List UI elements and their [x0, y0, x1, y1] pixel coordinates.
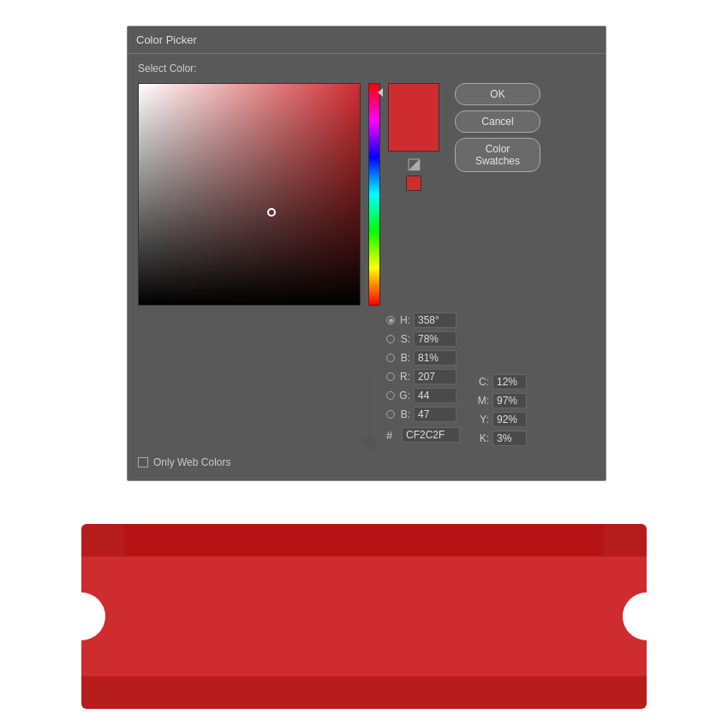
right-buttons: OK Cancel Color Swatches: [455, 83, 540, 172]
web-colors-label: Only Web Colors: [153, 456, 230, 468]
cmyk-values: C: M: Y: K:: [477, 312, 527, 446]
hex-row: #: [386, 427, 460, 443]
saturation-radio[interactable]: [386, 335, 395, 343]
saturation-label: S:: [398, 333, 410, 345]
cancel-button[interactable]: Cancel: [455, 110, 540, 133]
picker-main-row: ◪ OK Cancel Color Swatches: [138, 83, 595, 306]
dialog-titlebar: Color Picker: [128, 27, 606, 54]
color-small-box: [406, 176, 421, 191]
cyan-row: C:: [477, 374, 527, 390]
green-label: G:: [398, 390, 410, 402]
arrow-shaft: [368, 377, 372, 437]
hue-arrow-icon: [378, 88, 383, 97]
hex-input[interactable]: [402, 427, 460, 443]
color-field[interactable]: [138, 83, 361, 306]
select-color-label: Select Color:: [138, 62, 595, 74]
only-web-colors-row: Only Web Colors: [138, 456, 595, 468]
red-row: R:: [386, 369, 460, 384]
color-swatches-button[interactable]: Color Swatches: [455, 138, 540, 172]
cyan-label: C:: [477, 376, 489, 388]
red-label: R:: [398, 371, 410, 383]
blue-row: B:: [386, 407, 460, 422]
hue-row: H:: [386, 312, 460, 328]
ticket-wrapper: [81, 524, 647, 709]
red-input[interactable]: [414, 369, 456, 384]
hue-input[interactable]: [414, 312, 456, 328]
magenta-row: M:: [477, 393, 527, 408]
ticket-middle: [81, 556, 647, 676]
yellow-label: Y:: [477, 414, 489, 425]
blue-radio[interactable]: [386, 410, 395, 419]
color-preview-panel: ◪: [388, 83, 439, 191]
blue-label: B:: [398, 408, 410, 420]
color-preview-box: [388, 83, 439, 152]
brightness-input[interactable]: [414, 350, 456, 366]
green-radio[interactable]: [386, 391, 395, 400]
hue-slider[interactable]: [368, 83, 380, 306]
red-radio[interactable]: [386, 372, 395, 381]
hue-label: H:: [398, 314, 410, 326]
magenta-label: M:: [477, 395, 489, 407]
brightness-label: B:: [398, 352, 410, 364]
arrow-head-icon: [360, 437, 380, 452]
blue-input[interactable]: [414, 407, 456, 422]
color-field-dark: [139, 84, 360, 305]
cyan-input[interactable]: [492, 374, 527, 390]
cube-icon[interactable]: ◪: [407, 154, 421, 173]
hsb-rgb-values: H: S: B: R:: [386, 312, 460, 446]
ok-button[interactable]: OK: [455, 83, 540, 105]
magenta-input[interactable]: [492, 393, 527, 408]
ticket-top: [81, 524, 647, 556]
yellow-row: Y:: [477, 412, 527, 427]
brightness-radio[interactable]: [386, 354, 395, 362]
yellow-input[interactable]: [492, 412, 527, 427]
hue-radio[interactable]: [386, 316, 395, 324]
saturation-row: S:: [386, 331, 460, 347]
ticket-shape: [81, 524, 647, 709]
black-label: K:: [477, 432, 489, 444]
green-input[interactable]: [414, 388, 456, 403]
hex-label: #: [386, 429, 398, 442]
dialog-title: Color Picker: [136, 33, 197, 46]
ticket-bottom: [81, 676, 647, 709]
green-row: G:: [386, 388, 460, 403]
black-input[interactable]: [492, 431, 527, 446]
saturation-input[interactable]: [414, 331, 456, 347]
arrow-container: [360, 377, 380, 452]
brightness-row: B:: [386, 350, 460, 366]
black-row: K:: [477, 431, 527, 446]
web-colors-checkbox[interactable]: [138, 457, 148, 467]
hue-slider-container[interactable]: [366, 83, 383, 306]
all-values-container: H: S: B: R:: [386, 312, 595, 446]
